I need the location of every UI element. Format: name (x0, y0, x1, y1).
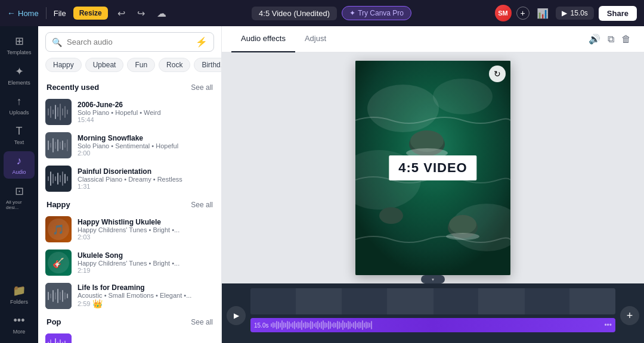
speaker-icon-button[interactable]: 🔊 (585, 31, 604, 47)
audio-track-menu-button[interactable]: ••• (604, 321, 612, 329)
share-button[interactable]: Share (599, 6, 637, 21)
svg-point-53 (433, 79, 493, 114)
sidebar-item-uploads[interactable]: ↑ Uploads (4, 92, 35, 119)
svg-rect-24 (62, 172, 63, 186)
audio-meta: Acoustic • Small Emotions • Elegant •... (78, 292, 214, 299)
waveform-bar (324, 322, 326, 328)
redo-button[interactable]: ↪ (135, 5, 147, 21)
chip-birthday[interactable]: Birthd... (194, 58, 221, 72)
resize-button[interactable]: Resize (73, 7, 108, 20)
waveform-bar (290, 323, 292, 327)
audio-thumb: 🎸 (45, 250, 72, 276)
waveform-bar (317, 321, 318, 329)
waveform-bar (280, 323, 281, 328)
canvas-frame[interactable]: 4:5 VIDEO ↻ (355, 61, 510, 275)
preview-play-button[interactable]: ▶ 15.0s (556, 7, 594, 20)
tab-adjust[interactable]: Adjust (295, 26, 336, 52)
recently-used-see-all[interactable]: See all (191, 83, 213, 92)
happy-see-all[interactable]: See all (191, 201, 213, 209)
copy-icon-button[interactable]: ⧉ (604, 32, 618, 47)
waveform-bar (301, 320, 302, 330)
sidebar-item-all-designs[interactable]: ⊡ All your desi... (4, 181, 35, 214)
project-title[interactable]: 4:5 Video (Unedited) (252, 7, 337, 20)
audio-item-painful-disorientation[interactable]: Painful Disorientation Classical Piano •… (38, 162, 221, 195)
sidebar-item-text[interactable]: T Text (4, 121, 35, 149)
svg-rect-8 (67, 110, 68, 114)
file-menu[interactable]: File (54, 9, 66, 18)
svg-rect-19 (50, 172, 51, 186)
audio-meta: Happy Childrens' Tunes • Bright •... (78, 226, 214, 233)
chip-rock[interactable]: Rock (159, 58, 190, 72)
canvas-area: 4:5 VIDEO ↻ (222, 52, 644, 283)
audio-item-morning-snowflake[interactable]: Morning Snowflake Solo Piano • Sentiment… (38, 129, 221, 162)
canvas-text-box[interactable]: 4:5 VIDEO (389, 155, 476, 180)
uploads-icon: ↑ (17, 95, 22, 108)
timeline-collapse-button[interactable]: ▾ (421, 275, 445, 283)
video-frame (525, 288, 571, 314)
waveform-bar (283, 322, 284, 328)
add-collaborator-button[interactable]: + (516, 7, 530, 20)
waveform-visual (45, 166, 72, 192)
topbar-center: 4:5 Video (Unedited) ✦ Try Canva Pro (174, 6, 490, 20)
audio-meta: Solo Piano • Sentimental • Hopeful (78, 142, 214, 149)
audio-track[interactable]: 15.0s ••• (250, 318, 615, 332)
waveform-bar (303, 323, 304, 328)
try-canva-button[interactable]: ✦ Try Canva Pro (342, 6, 411, 20)
chip-fun[interactable]: Fun (127, 58, 155, 72)
svg-rect-21 (55, 176, 56, 181)
waveform-bar (362, 320, 363, 330)
waveform-bar (274, 323, 275, 328)
waveform-bar (348, 321, 349, 329)
audio-item-ukulele-song[interactable]: 🎸 Ukulele Song Happy Childrens' Tunes • … (38, 246, 221, 279)
audio-item-happy-whistling[interactable]: 🎵 Happy Whistling Ukulele Happy Children… (38, 213, 221, 246)
svg-rect-11 (52, 138, 54, 152)
sidebar-item-templates[interactable]: ⊞ Templates (4, 31, 35, 59)
waveform-bar (299, 322, 301, 328)
audio-name: Morning Snowflake (78, 134, 214, 142)
waveform-bar (278, 322, 279, 329)
home-button[interactable]: Home (7, 8, 39, 18)
pop-see-all[interactable]: See all (191, 318, 213, 326)
audio-name: Happy Whistling Ukulele (78, 218, 214, 226)
svg-rect-47 (60, 339, 61, 343)
svg-rect-41 (45, 333, 72, 343)
audio-item-life-dreaming[interactable]: Life Is for Dreaming Acoustic • Small Em… (38, 279, 221, 313)
search-bar[interactable]: 🔍 ⚡ (45, 32, 214, 52)
cloud-button[interactable]: ☁ (154, 5, 169, 21)
audio-duration: 2:03 (78, 233, 214, 241)
delete-icon-button[interactable]: 🗑 (618, 32, 634, 47)
audio-thumb (45, 283, 72, 309)
audio-duration: 1:31 (78, 183, 214, 190)
search-input[interactable] (67, 38, 191, 46)
sidebar-item-elements[interactable]: ✦ Elements (4, 61, 35, 89)
waveform-bar (281, 320, 283, 330)
filter-icon[interactable]: ⚡ (196, 36, 208, 48)
refresh-button[interactable]: ↻ (489, 66, 506, 82)
sidebar-item-audio[interactable]: ♪ Audio (4, 151, 35, 179)
video-track[interactable] (250, 288, 615, 314)
svg-rect-15 (62, 141, 63, 150)
svg-point-59 (449, 215, 476, 234)
svg-rect-16 (64, 143, 66, 148)
audio-info: 2006-June-26 Solo Piano • Hopeful • Weir… (78, 101, 214, 123)
timeline-content: ▶ (222, 283, 644, 343)
topbar-right: SM + 📊 ▶ 15.0s Share (495, 5, 637, 21)
sidebar-item-folders[interactable]: 📁 Folders (4, 280, 35, 308)
undo-button[interactable]: ↩ (115, 5, 128, 21)
audio-item-2006[interactable]: 2006-June-26 Solo Piano • Hopeful • Weir… (38, 95, 221, 129)
happy-section-header: Happy See all (38, 195, 221, 213)
tab-audio-effects[interactable]: Audio effects (231, 26, 295, 52)
audio-item-fixing-you[interactable]: Fixing You (38, 330, 221, 343)
filter-chips: Happy Upbeat Fun Rock Birthd... (38, 58, 221, 78)
add-track-button[interactable]: + (620, 306, 639, 325)
waveform-bar (305, 322, 306, 329)
waveform-bar (294, 321, 295, 329)
timeline-play-button[interactable]: ▶ (227, 306, 246, 325)
avatar[interactable]: SM (495, 5, 512, 21)
waveform-bar (332, 323, 333, 327)
sidebar-item-more[interactable]: ••• More (4, 311, 35, 338)
chip-happy[interactable]: Happy (45, 58, 82, 72)
analytics-button[interactable]: 📊 (534, 5, 551, 21)
chip-upbeat[interactable]: Upbeat (85, 58, 124, 72)
svg-text:🎵: 🎵 (52, 224, 64, 235)
